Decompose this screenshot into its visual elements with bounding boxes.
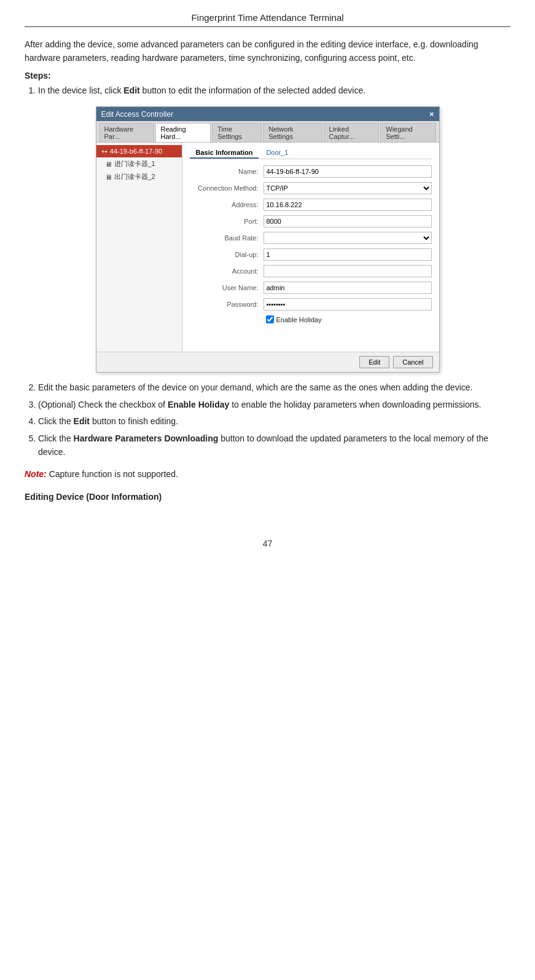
close-button[interactable]: × [429, 109, 434, 119]
dialog-content: Basic Information Door_1 Name: Connectio… [182, 143, 439, 352]
dialog-tabs: Hardware Par... Reading Hard... Time Set… [96, 121, 439, 143]
form-row-dial-up: Dial-up: [190, 248, 432, 261]
input-account[interactable] [264, 265, 432, 277]
form-row-address: Address: [190, 199, 432, 211]
tab-hardware-par[interactable]: Hardware Par... [99, 123, 154, 142]
label-username: User Name: [190, 284, 264, 291]
input-password[interactable] [264, 298, 432, 310]
tab-basic-information[interactable]: Basic Information [190, 148, 259, 159]
form-row-port: Port: [190, 215, 432, 227]
form-row-baud-rate: Baud Rate: [190, 232, 432, 244]
label-address: Address: [190, 201, 264, 208]
step4-edit-bold: Edit [74, 416, 90, 426]
dialog-titlebar: Edit Access Controller × [96, 107, 439, 121]
tab-reading-hard[interactable]: Reading Hard... [155, 123, 211, 142]
dialog-sidebar: +▪ 44-19-b6-ff-17-90 🖥 进门读卡器_1 🖥 出门读卡器_2 [96, 143, 182, 352]
input-port[interactable] [264, 215, 432, 227]
select-baud-rate[interactable] [264, 232, 432, 244]
input-name[interactable] [264, 165, 432, 178]
editing-device-door-header: Editing Device (Door Information) [25, 492, 510, 502]
form-row-name: Name: [190, 165, 432, 178]
step-5: Click the Hardware Parameters Downloadin… [38, 432, 510, 459]
note-text: Note: Capture function is not supported. [25, 468, 510, 481]
reader-icon-1: 🖥 [105, 160, 112, 168]
tab-wiegand-setti[interactable]: Wiegand Setti... [380, 123, 436, 142]
dialog-body: +▪ 44-19-b6-ff-17-90 🖥 进门读卡器_1 🖥 出门读卡器_2… [96, 143, 439, 352]
step-4: Click the Edit button to finish editing. [38, 415, 510, 429]
device-label: 44-19-b6-ff-17-90 [110, 148, 162, 155]
sidebar-device-item[interactable]: +▪ 44-19-b6-ff-17-90 [96, 145, 182, 157]
form-row-password: Password: [190, 298, 432, 310]
tab-linked-captur[interactable]: Linked Captur... [324, 123, 380, 142]
steps-list: In the device list, click Edit button to… [25, 84, 510, 98]
sidebar-sub-item-1[interactable]: 🖥 进门读卡器_1 [96, 157, 182, 170]
tab-time-settings[interactable]: Time Settings [212, 123, 262, 142]
dialog-title: Edit Access Controller [101, 110, 173, 119]
label-connection: Connection Method: [190, 184, 264, 192]
steps-label: Steps: [25, 71, 510, 81]
cancel-button[interactable]: Cancel [393, 356, 432, 368]
page-number: 47 [25, 539, 510, 548]
edit-button[interactable]: Edit [359, 356, 389, 368]
tab-network-settings[interactable]: Network Settings [263, 123, 322, 142]
tab-door-1[interactable]: Door_1 [260, 148, 294, 159]
step3-enable-holiday-bold: Enable Holiday [168, 400, 229, 409]
label-name: Name: [190, 168, 264, 175]
step-2: Edit the basic parameters of the device … [38, 381, 510, 395]
note-label: Note: [25, 469, 47, 479]
select-connection-method[interactable]: TCP/IP [264, 182, 432, 194]
label-enable-holiday: Enable Holiday [276, 316, 322, 323]
step1-edit-bold: Edit [123, 85, 139, 95]
input-address[interactable] [264, 199, 432, 211]
content-tabs: Basic Information Door_1 [190, 148, 432, 159]
form-row-username: User Name: [190, 282, 432, 294]
dialog-wrapper: Edit Access Controller × Hardware Par...… [25, 106, 510, 373]
label-dial-up: Dial-up: [190, 251, 264, 258]
label-baud-rate: Baud Rate: [190, 234, 264, 242]
edit-dialog: Edit Access Controller × Hardware Par...… [96, 106, 440, 373]
checkbox-enable-holiday[interactable] [266, 315, 274, 323]
form-row-connection: Connection Method: TCP/IP [190, 182, 432, 194]
device-icon: +▪ [101, 148, 107, 155]
step-1: In the device list, click Edit button to… [38, 84, 510, 98]
step5-hw-dl-bold: Hardware Parameters Downloading [74, 433, 219, 443]
reader-label-1: 进门读卡器_1 [114, 159, 155, 168]
label-account: Account: [190, 267, 264, 275]
step-3: (Optional) Check the checkbox of Enable … [38, 398, 510, 412]
enable-holiday-row: Enable Holiday [266, 315, 432, 323]
steps-list-continued: Edit the basic parameters of the device … [25, 381, 510, 459]
note-content: Capture function is not supported. [47, 469, 178, 479]
dialog-footer: Edit Cancel [96, 352, 439, 372]
reader-icon-2: 🖥 [105, 173, 112, 181]
intro-text: After adding the device, some advanced p… [25, 38, 510, 65]
page-title: Fingerprint Time Attendance Terminal [25, 12, 510, 27]
label-port: Port: [190, 218, 264, 225]
sidebar-sub-item-2[interactable]: 🖥 出门读卡器_2 [96, 170, 182, 183]
input-username[interactable] [264, 282, 432, 294]
label-password: Password: [190, 301, 264, 308]
input-dial-up[interactable] [264, 248, 432, 261]
form-row-account: Account: [190, 265, 432, 277]
reader-label-2: 出门读卡器_2 [114, 172, 155, 181]
